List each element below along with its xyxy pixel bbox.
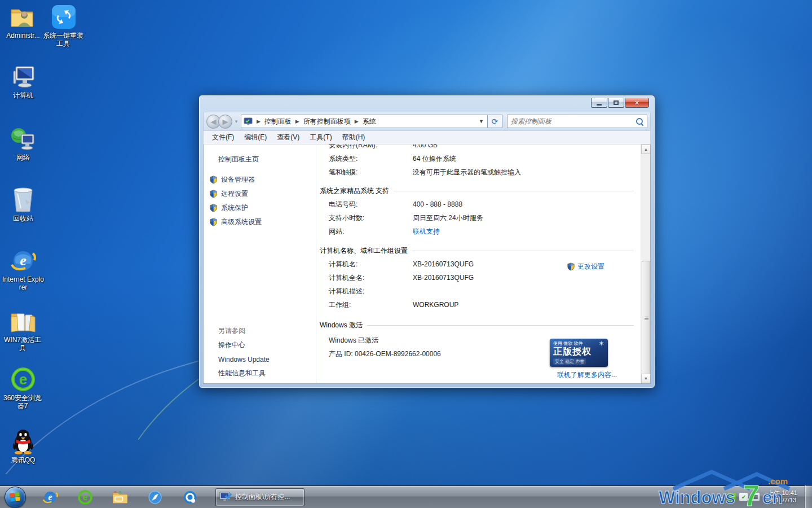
taskbar-window-button-label: 控制面板\所有控... bbox=[235, 492, 290, 502]
info-value: XB-20160713QUFG bbox=[413, 274, 474, 282]
system-tray: ▲ ✔ ▦ 上午 10:41 2016/7/13 bbox=[718, 485, 803, 508]
desktop-icon-one-key-reinstall[interactable]: 系统一键重装工具 bbox=[42, 3, 86, 47]
menu-file[interactable]: 文件(F) bbox=[207, 131, 239, 144]
sidebar-advanced-settings[interactable]: 高级系统设置 bbox=[209, 215, 262, 229]
minimize-icon bbox=[597, 104, 602, 106]
forward-button[interactable]: ▶ bbox=[218, 115, 232, 129]
desktop-icon-label: 腾讯QQ bbox=[1, 456, 45, 464]
taskbar-clock[interactable]: 上午 10:41 2016/7/13 bbox=[767, 489, 797, 504]
desktop-icon-win7-activator[interactable]: WIN7激活工具 bbox=[1, 308, 45, 352]
system-page-icon bbox=[244, 117, 253, 125]
breadcrumb-all-items[interactable]: 所有控制面板项 bbox=[303, 117, 351, 126]
breadcrumb[interactable]: ▶ 控制面板 ▶ 所有控制面板项 ▶ 系统 ▼ bbox=[241, 115, 488, 128]
refresh-button[interactable]: ⟳ bbox=[488, 115, 502, 128]
address-bar: ◀ ▶ ▼ ▶ 控制面板 ▶ 所有控制面板项 ▶ 系统 ▼ ⟳ bbox=[203, 112, 651, 130]
breadcrumb-control-panel[interactable]: 控制面板 bbox=[264, 117, 292, 126]
sidebar-control-panel-home[interactable]: 控制面板主页 bbox=[218, 155, 259, 164]
genuine-software-badge[interactable]: 使用 微软 软件 ✶ 正版授权 安全 稳定 声誉 bbox=[550, 339, 608, 367]
section-rule bbox=[412, 251, 634, 251]
menu-help[interactable]: 帮助(H) bbox=[337, 131, 370, 144]
info-value: 400 - 888 - 8888 bbox=[413, 200, 462, 208]
show-desktop-button[interactable] bbox=[805, 485, 812, 508]
desktop-icon-administrator[interactable]: Administr... bbox=[1, 3, 45, 40]
tray-360-icon[interactable] bbox=[727, 493, 736, 501]
internet-explorer-icon: e bbox=[10, 247, 37, 274]
sidebar-windows-update[interactable]: Windows Update bbox=[218, 352, 270, 366]
badge-bottom-text: 安全 稳定 声誉 bbox=[553, 358, 586, 365]
taskbar-qq-browser-icon[interactable] bbox=[182, 489, 198, 506]
taskbar-explorer-icon[interactable] bbox=[112, 489, 129, 506]
tray-network-icon[interactable]: ▦ bbox=[751, 493, 760, 501]
breadcrumb-dropdown-icon[interactable]: ▼ bbox=[479, 119, 484, 124]
uac-shield-icon bbox=[209, 176, 218, 184]
scrollbar-thumb[interactable] bbox=[642, 261, 650, 378]
sidebar-tasks: 设备管理器 远程设置 系统保护 高级系统设置 bbox=[209, 173, 262, 229]
learn-more-online-link[interactable]: 联机了解更多内容... bbox=[557, 370, 617, 380]
search-box[interactable] bbox=[507, 115, 647, 128]
sidebar-device-manager[interactable]: 设备管理器 bbox=[209, 173, 262, 187]
info-value: 周日至周六 24小时服务 bbox=[413, 213, 483, 223]
maximize-button[interactable] bbox=[608, 98, 624, 108]
minimize-button[interactable] bbox=[591, 98, 607, 108]
search-icon bbox=[636, 118, 643, 125]
maximize-icon bbox=[614, 100, 619, 105]
system-info-panel: 安装内存(RAM): 4.00 GB 系统类型: 64 位操作系统 笔和触摸: … bbox=[316, 144, 641, 383]
show-hidden-icons-button[interactable]: ▲ bbox=[718, 494, 723, 500]
change-settings-label: 更改设置 bbox=[577, 262, 604, 271]
computer-name-section-title: 计算机名称、域和工作组设置 bbox=[316, 244, 641, 257]
scrollbar-grip bbox=[645, 317, 648, 320]
taskbar-360-browser-icon[interactable]: e bbox=[77, 489, 94, 506]
search-input[interactable] bbox=[511, 117, 636, 125]
menu-edit[interactable]: 编辑(E) bbox=[239, 131, 272, 144]
taskbar-internet-explorer-icon[interactable]: e bbox=[42, 489, 59, 506]
menu-tools[interactable]: 工具(T) bbox=[304, 131, 337, 144]
start-button[interactable] bbox=[5, 487, 26, 508]
menu-view[interactable]: 查看(V) bbox=[272, 131, 304, 144]
sidebar-remote-settings[interactable]: 远程设置 bbox=[209, 187, 262, 201]
uac-shield-icon bbox=[567, 262, 575, 271]
sidebar-performance-tools[interactable]: 性能信息和工具 bbox=[218, 366, 270, 380]
desktop-wallpaper: Administr... 系统一键重装工具 计算机 网络 回收站 e Inter… bbox=[0, 0, 812, 508]
uac-shield-icon bbox=[209, 204, 218, 212]
network-icon bbox=[10, 125, 37, 152]
taskbar-browser-compass-icon[interactable] bbox=[147, 489, 164, 506]
sidebar-task-label: 远程设置 bbox=[221, 189, 248, 199]
scroll-up-button[interactable]: ▲ bbox=[641, 144, 651, 154]
desktop-icon-360-browser[interactable]: e 360安全浏览器7 bbox=[1, 366, 45, 410]
scroll-down-button[interactable]: ▼ bbox=[641, 374, 651, 383]
control-panel-window-icon bbox=[219, 492, 232, 503]
desktop-icon-computer[interactable]: 计算机 bbox=[1, 63, 45, 99]
info-label: 计算机全名: bbox=[316, 273, 413, 283]
badge-star-icon: ✶ bbox=[598, 341, 604, 346]
change-settings-link[interactable]: 更改设置 bbox=[567, 262, 604, 271]
badge-title: 正版授权 bbox=[553, 347, 604, 357]
desktop-icon-label: WIN7激活工具 bbox=[1, 336, 44, 352]
section-rule bbox=[394, 191, 634, 191]
close-button[interactable]: ✕ bbox=[625, 98, 649, 108]
history-dropdown-icon[interactable]: ▼ bbox=[234, 119, 239, 124]
360-browser-icon: e bbox=[10, 366, 37, 393]
desktop-icon-label: Internet Explorer bbox=[1, 275, 45, 291]
sidebar-see-also: 另请参阅 操作中心 Windows Update 性能信息和工具 bbox=[218, 324, 270, 380]
online-support-link[interactable]: 联机支持 bbox=[413, 227, 440, 237]
svg-text:e: e bbox=[20, 252, 27, 269]
breadcrumb-system[interactable]: 系统 bbox=[363, 117, 376, 126]
info-value: XB-20160713QUFG bbox=[413, 260, 474, 268]
computer-icon bbox=[10, 63, 37, 90]
sidebar-action-center[interactable]: 操作中心 bbox=[218, 338, 270, 352]
desktop-icon-internet-explorer[interactable]: e Internet Explorer bbox=[1, 247, 45, 291]
desktop-icon-tencent-qq[interactable]: 腾讯QQ bbox=[1, 428, 45, 464]
vertical-scrollbar[interactable]: ▲ ▼ bbox=[641, 144, 650, 383]
clock-date: 2016/7/13 bbox=[767, 497, 797, 504]
see-also-header: 另请参阅 bbox=[218, 324, 270, 338]
desktop-icon-network[interactable]: 网络 bbox=[1, 125, 45, 161]
svg-text:e: e bbox=[83, 492, 88, 502]
product-id: 产品 ID: 00426-OEM-8992662-00006 bbox=[316, 349, 441, 359]
tray-action-center-icon[interactable]: ✔ bbox=[739, 493, 748, 501]
taskbar-window-button-control-panel[interactable]: 控制面板\所有控... bbox=[215, 488, 304, 506]
desktop-icon-recycle-bin[interactable]: 回收站 bbox=[1, 186, 45, 222]
info-row-system-type: 系统类型: 64 位操作系统 bbox=[316, 152, 641, 165]
info-row-ram: 安装内存(RAM): 4.00 GB bbox=[316, 144, 641, 152]
sidebar-system-protection[interactable]: 系统保护 bbox=[209, 201, 262, 215]
qq-penguin-icon bbox=[10, 428, 37, 455]
